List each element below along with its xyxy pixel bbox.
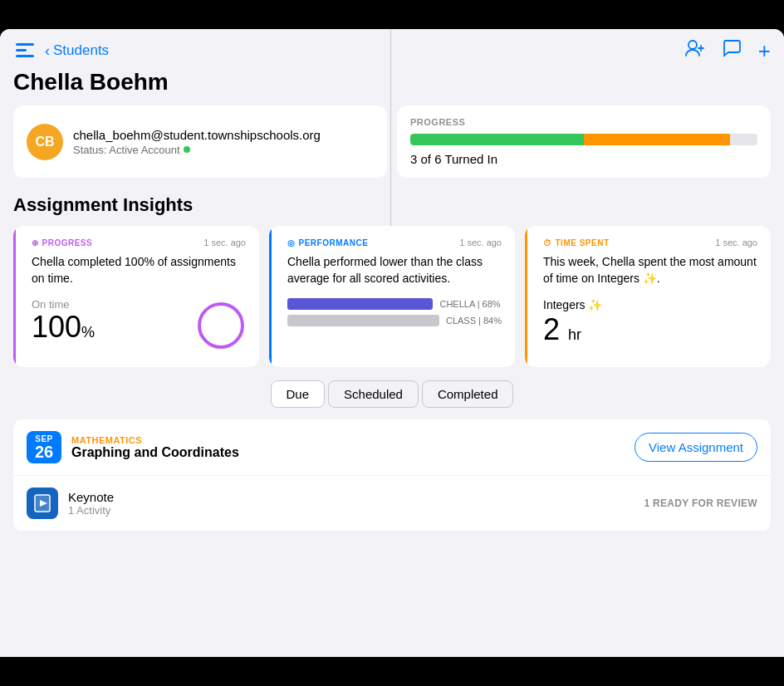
profile-status: Status: Active Account bbox=[73, 144, 321, 156]
back-button[interactable]: ‹ Students bbox=[45, 42, 109, 60]
insights-cards: ⊕ PROGRESS 1 sec. ago Chella completed 1… bbox=[0, 226, 784, 367]
time-badge-label: TIME SPENT bbox=[556, 238, 610, 247]
svg-point-4 bbox=[199, 304, 243, 347]
insight-time: 1 sec. ago bbox=[715, 238, 757, 247]
insight-badge-performance: ◎ PERFORMANCE bbox=[287, 238, 368, 247]
profile-card: CB chella_boehm@student.townshipschools.… bbox=[13, 105, 387, 178]
insight-card-performance: ◎ PERFORMANCE 1 sec. ago Chella performe… bbox=[269, 226, 515, 367]
progress-bar bbox=[410, 134, 757, 145]
filter-due-button[interactable]: Due bbox=[271, 380, 326, 408]
assignment-item-name: Keynote bbox=[68, 490, 634, 504]
progress-badge-icon: ⊕ bbox=[32, 238, 39, 247]
class-bar-row: CLASS | 84% bbox=[287, 315, 502, 326]
performance-badge-label: PERFORMANCE bbox=[299, 238, 369, 247]
progress-text: 3 of 6 Turned In bbox=[410, 152, 757, 166]
chevron-left-icon: ‹ bbox=[45, 42, 50, 60]
add-person-icon[interactable] bbox=[685, 39, 705, 62]
assignment-title-group: MATHEMATICS Graphing and Coordinates bbox=[71, 435, 239, 460]
time-badge-icon: ⏱ bbox=[543, 238, 552, 247]
filter-bar: Due Scheduled Completed bbox=[0, 380, 784, 408]
assignment-section: SEP 26 MATHEMATICS Graphing and Coordina… bbox=[13, 419, 771, 532]
insight-description: Chella performed lower than the class av… bbox=[287, 254, 502, 287]
insight-stat-value: 2 hr bbox=[543, 315, 757, 345]
circle-progress-icon bbox=[196, 301, 246, 350]
progress-bar-green bbox=[410, 134, 584, 145]
top-cards: CB chella_boehm@student.townshipschools.… bbox=[0, 105, 784, 178]
header: ‹ Students + bbox=[0, 29, 784, 62]
progress-card: PROGRESS 3 of 6 Turned In bbox=[397, 105, 771, 178]
progress-badge-label: PROGRESS bbox=[42, 238, 93, 247]
insight-description: This week, Chella spent the most amount … bbox=[543, 254, 757, 287]
profile-email: chella_boehm@student.townshipschools.org bbox=[73, 128, 321, 142]
header-left: ‹ Students bbox=[13, 42, 109, 60]
assignment-header: SEP 26 MATHEMATICS Graphing and Coordina… bbox=[13, 419, 771, 476]
time-topic: Integers ✨ bbox=[543, 298, 757, 311]
insight-time: 1 sec. ago bbox=[203, 238, 246, 247]
card-left-border bbox=[13, 226, 16, 367]
svg-rect-1 bbox=[16, 49, 27, 51]
class-bar-label: CLASS | 84% bbox=[446, 316, 502, 326]
class-bar bbox=[287, 315, 439, 326]
back-label: Students bbox=[53, 42, 109, 59]
filter-completed-button[interactable]: Completed bbox=[422, 380, 514, 408]
keynote-icon bbox=[27, 488, 58, 519]
assignment-item-info: Keynote 1 Activity bbox=[68, 490, 634, 517]
insight-card-time-spent: ⏱ TIME SPENT 1 sec. ago This week, Chell… bbox=[525, 226, 771, 367]
svg-point-3 bbox=[688, 41, 697, 49]
assignment-date: SEP 26 MATHEMATICS Graphing and Coordina… bbox=[27, 431, 239, 463]
chella-bar bbox=[287, 298, 433, 310]
profile-info: chella_boehm@student.townshipschools.org… bbox=[73, 128, 321, 156]
insight-header: ◎ PERFORMANCE 1 sec. ago bbox=[287, 238, 502, 247]
insight-badge-progress: ⊕ PROGRESS bbox=[32, 238, 92, 247]
section-title: Assignment Insights bbox=[0, 191, 784, 226]
insight-header: ⏱ TIME SPENT 1 sec. ago bbox=[543, 238, 757, 247]
status-text: Status: Active Account bbox=[73, 144, 180, 156]
header-right: + bbox=[685, 39, 771, 62]
view-assignment-button[interactable]: View Assignment bbox=[635, 433, 757, 462]
student-name: Chella Boehm bbox=[0, 62, 784, 105]
performance-bars: CHELLA | 68% CLASS | 84% bbox=[287, 298, 502, 326]
progress-bar-orange bbox=[584, 134, 730, 145]
ready-badge: 1 READY FOR REVIEW bbox=[644, 497, 757, 509]
insight-badge-time: ⏱ TIME SPENT bbox=[543, 238, 610, 247]
avatar: CB bbox=[27, 124, 63, 160]
filter-scheduled-button[interactable]: Scheduled bbox=[328, 380, 419, 408]
insight-description: Chella completed 100% of assignments on … bbox=[32, 254, 246, 287]
chella-bar-label: CHELLA | 68% bbox=[439, 299, 500, 309]
status-dot-icon bbox=[184, 146, 190, 153]
performance-badge-icon: ◎ bbox=[287, 238, 296, 247]
sidebar-toggle-button[interactable] bbox=[13, 42, 37, 60]
divider bbox=[390, 29, 391, 245]
insight-time: 1 sec. ago bbox=[459, 238, 502, 247]
insight-header: ⊕ PROGRESS 1 sec. ago bbox=[32, 238, 246, 247]
assignment-item: Keynote 1 Activity 1 READY FOR REVIEW bbox=[13, 476, 771, 532]
date-badge: SEP 26 bbox=[27, 431, 61, 463]
progress-label: PROGRESS bbox=[410, 117, 757, 127]
svg-rect-0 bbox=[16, 43, 34, 46]
chat-icon[interactable] bbox=[722, 39, 742, 62]
chella-bar-row: CHELLA | 68% bbox=[287, 298, 502, 310]
assignment-item-sub: 1 Activity bbox=[68, 504, 634, 517]
card-left-border bbox=[525, 226, 527, 367]
assignment-subject: MATHEMATICS bbox=[71, 435, 239, 445]
svg-rect-2 bbox=[16, 55, 34, 57]
assignment-name: Graphing and Coordinates bbox=[71, 445, 239, 460]
date-day: 26 bbox=[27, 443, 61, 460]
plus-icon[interactable]: + bbox=[758, 40, 771, 61]
insight-card-progress: ⊕ PROGRESS 1 sec. ago Chella completed 1… bbox=[13, 226, 259, 367]
card-left-border bbox=[269, 226, 272, 367]
